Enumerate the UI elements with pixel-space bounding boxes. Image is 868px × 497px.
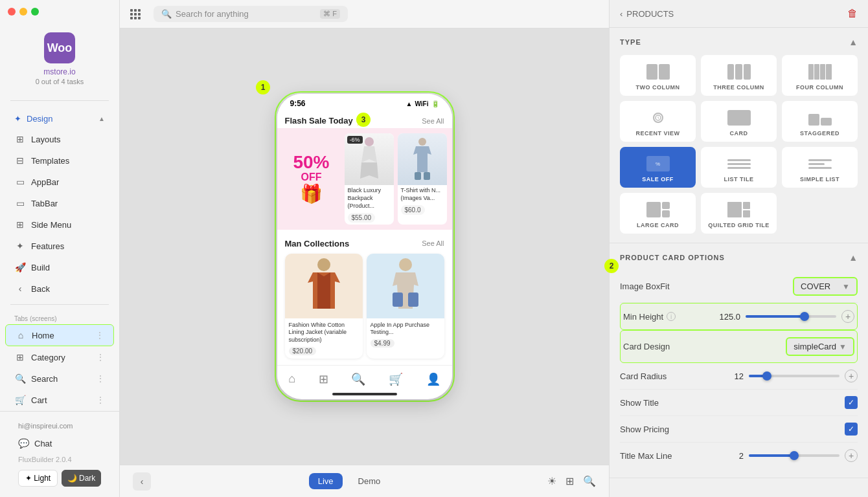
man-coll-see-all[interactable]: See All	[422, 239, 444, 247]
sidebar-design-header[interactable]: ✦ Design ▲	[5, 109, 114, 128]
svg-rect-7	[408, 293, 418, 307]
tab-search[interactable]: 🔍 Search ⋮	[5, 368, 114, 389]
type-collapse-icon[interactable]: ▲	[849, 37, 858, 47]
panel-back-btn[interactable]: ‹ PRODUCTS	[620, 9, 674, 19]
show-title-checkmark: ✓	[848, 398, 854, 407]
card-icon	[725, 107, 753, 128]
product1-price: $55.00	[348, 213, 376, 223]
tab-home[interactable]: ⌂ Home ⋮	[5, 324, 114, 346]
type-three-column[interactable]: THREE COLUMN	[701, 55, 777, 96]
live-mode-btn[interactable]: Live	[309, 473, 343, 489]
type-sale-off[interactable]: % SALE OFF	[620, 147, 696, 188]
product-card-4[interactable]: Apple In App Purchase Testing... $4.99	[367, 254, 444, 359]
title-max-line-thumb[interactable]	[790, 451, 799, 460]
title-max-line-slider[interactable]	[749, 454, 839, 457]
phone-cart-icon[interactable]: 🛒	[389, 372, 403, 386]
min-height-info[interactable]: i	[667, 312, 676, 321]
product3-body: Fashion White Cotton Lining Jacket (vari…	[285, 318, 363, 359]
theme-toggle: ✦ Light 🌙 Dark	[9, 466, 110, 491]
product4-price: $4.99	[371, 339, 394, 348]
phone-search-icon[interactable]: 🔍	[351, 372, 365, 386]
phone-navbar: ⌂ ⊞ 🔍 🛒 👤	[277, 365, 452, 390]
type-large-card[interactable]: LARGE CARD	[620, 193, 696, 234]
close-button[interactable]	[8, 8, 16, 16]
card-radius-slider[interactable]	[749, 375, 839, 377]
type-card[interactable]: CARD	[701, 101, 777, 142]
sidebar-item-features[interactable]: ✦ Features	[5, 236, 114, 256]
type-list-tile[interactable]: LIST TILE	[701, 147, 777, 188]
tab-category[interactable]: ⊞ Category ⋮	[5, 347, 114, 368]
back-arrow-btn[interactable]: ‹	[133, 472, 151, 491]
type-two-column[interactable]: TWO COLUMN	[620, 55, 696, 96]
sidebar: Woo mstore.io 0 out of 4 tasks ✦ Design …	[0, 0, 120, 497]
card-design-select[interactable]: simpleCard ▼	[786, 337, 854, 356]
grid-view-icon[interactable]: ⊞	[565, 475, 574, 487]
maximize-button[interactable]	[31, 8, 39, 16]
sidebar-nav: ✦ Design ▲ ⊞ Layouts ⊟ Templates ▭ AppBa…	[0, 106, 119, 411]
sidebar-item-back[interactable]: ‹ Back	[5, 278, 114, 299]
card-radius-plus[interactable]: +	[845, 370, 858, 382]
tab-cart[interactable]: 🛒 Cart ⋮	[5, 390, 114, 410]
type-staggered[interactable]: STAGGERED	[782, 101, 858, 142]
sidebar-item-build[interactable]: 🚀 Build	[5, 257, 114, 278]
card-radius-thumb[interactable]	[762, 371, 771, 381]
show-title-label: Show Title	[620, 398, 659, 408]
type-recent-view[interactable]: RECENT VIEW	[620, 101, 696, 142]
three-column-icon	[725, 61, 753, 82]
product-card-1[interactable]: -6% Black Luxury Backpack (Product...	[345, 133, 394, 224]
min-height-value: 125.0	[718, 312, 740, 322]
title-max-line-row: Title Max Line 2 +	[620, 443, 858, 469]
product-card-3[interactable]: Fashion White Cotton Lining Jacket (vari…	[285, 254, 363, 359]
type-four-column[interactable]: FOUR COLUMN	[782, 55, 858, 96]
sidebar-item-layouts[interactable]: ⊞ Layouts	[5, 129, 114, 149]
grid-menu-icon[interactable]	[130, 9, 141, 19]
product-card-collapse-icon[interactable]: ▲	[849, 252, 858, 263]
chat-item[interactable]: 💬 Chat	[9, 434, 110, 453]
design-chevron: ▲	[98, 115, 105, 122]
phone-time: 9:56	[290, 99, 306, 108]
minimize-button[interactable]	[19, 8, 27, 16]
image-boxfit-select[interactable]: COVER ▼	[793, 277, 858, 296]
sun-icon: ✦	[25, 474, 34, 483]
main-area: 🔍 Search for anything ⌘ F 1 3 9:56 ▲WiFi…	[120, 0, 609, 497]
title-max-line-plus[interactable]: +	[845, 449, 858, 462]
card-radius-value: 12	[721, 371, 744, 381]
search-bar[interactable]: 🔍 Search for anything ⌘ F	[154, 6, 348, 22]
min-height-thumb[interactable]	[800, 312, 809, 321]
sun-settings-icon[interactable]: ☀	[547, 475, 556, 487]
image-boxfit-row: Image BoxFit COVER ▼	[620, 271, 858, 303]
min-height-plus[interactable]: +	[841, 310, 854, 323]
flash-sale-see-all[interactable]: See All	[422, 117, 444, 125]
product-card-2[interactable]: T-Shirt with N... (Images Va... $60.0	[398, 133, 447, 224]
quilted-grid-label: QUILTED GRID TILE	[708, 222, 769, 228]
sidebar-item-tabbar[interactable]: ▭ TabBar	[5, 193, 114, 214]
design-label: Design	[27, 114, 52, 124]
min-height-label: Min Height i	[623, 312, 676, 322]
product3-price: $20.00	[289, 347, 317, 355]
show-title-checkbox[interactable]: ✓	[845, 396, 858, 409]
type-simple-list[interactable]: SIMPLE LIST	[782, 147, 858, 188]
show-pricing-row: Show Pricing ✓	[620, 416, 858, 443]
min-height-slider[interactable]	[746, 315, 836, 318]
list-tile-label: LIST TILE	[724, 176, 754, 182]
svg-point-5	[399, 258, 412, 271]
type-quilted-grid-tile[interactable]: QUILTED GRID TILE	[701, 193, 777, 234]
sidebar-item-templates[interactable]: ⊟ Templates	[5, 150, 114, 171]
phone-profile-icon[interactable]: 👤	[426, 372, 440, 386]
dark-theme-btn[interactable]: 🌙 Dark	[62, 470, 101, 487]
phone-layout-icon[interactable]: ⊞	[319, 372, 328, 386]
phone-home-icon[interactable]: ⌂	[288, 372, 295, 386]
card-radius-slider-container: 12 +	[667, 370, 858, 382]
trash-icon[interactable]: 🗑	[847, 8, 858, 19]
light-theme-btn[interactable]: ✦ Light	[18, 470, 58, 487]
sidebar-item-appbar[interactable]: ▭ AppBar	[5, 171, 114, 192]
product1-name: Black Luxury Backpack (Product...	[345, 185, 394, 210]
badge-2: 2	[604, 259, 619, 273]
sidebar-item-sidemenu[interactable]: ⊞ Side Menu	[5, 214, 114, 235]
demo-mode-btn[interactable]: Demo	[349, 473, 390, 489]
appbar-label: AppBar	[31, 177, 59, 187]
build-label: Build	[31, 263, 50, 272]
zoom-icon[interactable]: 🔍	[583, 475, 596, 487]
show-pricing-checkbox[interactable]: ✓	[845, 423, 858, 436]
right-panel: ‹ PRODUCTS 🗑 TYPE ▲ TWO COLUMN THREE C	[609, 0, 868, 497]
